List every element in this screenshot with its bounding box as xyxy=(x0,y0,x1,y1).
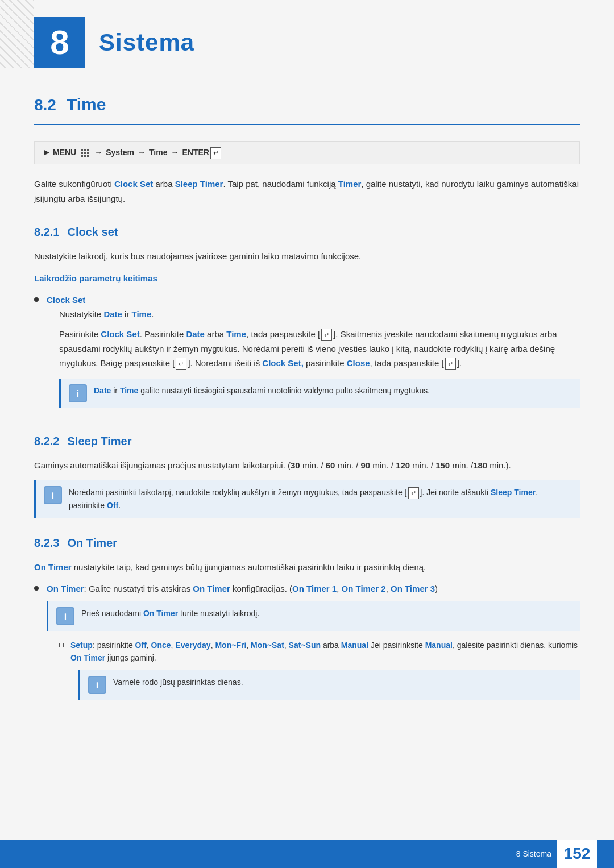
svg-text:i: i xyxy=(96,680,98,690)
p1-cs2: Clock Set, xyxy=(262,358,304,368)
clock-set-item: Clock Set Nustatykite Date ir Time. Pasi… xyxy=(34,293,580,416)
822-min60: 60 xyxy=(326,460,335,470)
main-content: 8.2 Time ▶ MENU → System → Time → ENTER↵… xyxy=(0,80,614,763)
p1-m6: , tada paspauskite [↵]. xyxy=(370,358,462,368)
svg-text:i: i xyxy=(52,491,54,500)
note-date: Date xyxy=(94,386,111,395)
p1-m1: . Pasirinkite xyxy=(140,329,186,339)
setup-manual: Manual xyxy=(341,641,368,650)
subsection-823-heading: 8.2.3 On Timer xyxy=(34,534,580,552)
subsection-822-desc: Gaminys automatiškai išjungiamas praėjus… xyxy=(34,458,580,473)
822-minlabel4: min. / xyxy=(410,460,435,470)
822-minlabel5: min. / xyxy=(450,460,473,470)
chapter-title: Sistema xyxy=(99,23,194,61)
menu-grid-display xyxy=(81,146,89,159)
p1-clock-set: Clock Set xyxy=(101,329,139,339)
section-title: Time xyxy=(67,91,106,118)
setup-manual2: Manual xyxy=(425,641,453,650)
nav-system: System xyxy=(106,146,134,159)
note-box-822: i Norėdami pasirinkti laikotarpį, naudok… xyxy=(34,480,580,517)
note-on-timer-ref: On Timer xyxy=(143,609,178,618)
page-footer: 8 Sistema 152 xyxy=(0,840,614,868)
setup-monfri: Mon~Fri xyxy=(215,641,246,650)
setup-comma1: , xyxy=(147,641,151,650)
p1-date: Date xyxy=(186,329,205,339)
822-min180: 180 xyxy=(473,460,487,470)
822-minlabel1: min. / xyxy=(300,460,326,470)
bullet-dot-823 xyxy=(34,586,39,591)
822-minlabel2: min. / xyxy=(335,460,360,470)
clock-set-para1: Pasirinkite Clock Set. Pasirinkite Date … xyxy=(59,327,580,371)
clock-set-sub1: Nustatykite Date ir Time. xyxy=(59,307,580,322)
intro-timer: Timer xyxy=(338,179,362,189)
subsection-823: 8.2.3 On Timer On Timer nustatykite taip… xyxy=(34,534,580,713)
subsection-821-desc: Nustatykite laikrodį, kuris bus naudojam… xyxy=(34,249,580,264)
setup-label: Setup xyxy=(70,641,93,650)
enter-key-3: ↵ xyxy=(445,358,456,371)
clock-params-heading: Laikrodžio parametrų keitimas xyxy=(34,272,580,285)
setup-item: Setup: pasirinkite Off, Once, Everyday, … xyxy=(59,639,580,708)
p1-arba: arba xyxy=(205,329,226,339)
stripe-decoration xyxy=(0,0,34,68)
section-heading-82: 8.2 Time xyxy=(34,91,580,125)
intro-text-2: arba xyxy=(153,179,175,189)
on-timer-content: On Timer: Galite nustatyti tris atskiras… xyxy=(47,582,580,713)
822-min30: 30 xyxy=(291,460,300,470)
823-on-timer-ref: On Timer xyxy=(193,584,230,593)
setup-everyday: Everyday xyxy=(175,641,210,650)
on-timer-bullet-list: On Timer: Galite nustatyti tris atskiras… xyxy=(34,582,580,713)
clock-set-bullet-list: Clock Set Nustatykite Date ir Time. Pasi… xyxy=(34,293,580,416)
note-box-823-2: i Varnelė rodo jūsų pasirinktas dienas. xyxy=(78,670,580,700)
nav-arrow-2: → xyxy=(138,146,146,159)
note-sleep-timer: Sleep Timer xyxy=(491,488,536,497)
footer-page-number: 152 xyxy=(557,840,597,868)
enter-key-1: ↵ xyxy=(321,329,332,342)
enter-key-822: ↵ xyxy=(408,487,419,500)
nav-enter: ENTER↵ xyxy=(182,146,222,159)
intro-text-1: Galite sukonfigūruoti xyxy=(34,179,114,189)
p1-time: Time xyxy=(226,329,246,339)
setup-monsat: Mon~Sat xyxy=(251,641,284,650)
subsection-822-title: Sleep Timer xyxy=(67,432,131,450)
p1-close: Close xyxy=(347,358,370,368)
on-timer-intro: On Timer xyxy=(34,562,72,572)
setup-list: Setup: pasirinkite Off, Once, Everyday, … xyxy=(59,639,580,708)
subsection-823-number: 8.2.3 xyxy=(34,534,59,552)
clock-set-content: Clock Set Nustatykite Date ir Time. Pasi… xyxy=(47,293,580,416)
bullet-dot-1 xyxy=(34,297,39,302)
chapter-header: 8 Sistema xyxy=(0,0,614,80)
823-comma2: , xyxy=(386,584,391,593)
822-min120: 120 xyxy=(396,460,410,470)
p1-before: Pasirinkite xyxy=(59,329,101,339)
svg-text:i: i xyxy=(64,612,67,621)
grid-icon xyxy=(81,149,89,157)
setup-before: : pasirinkite xyxy=(93,641,135,650)
subsection-821-number: 8.2.1 xyxy=(34,223,59,241)
subsection-821-heading: 8.2.1 Clock set xyxy=(34,223,580,241)
subsection-823-title: On Timer xyxy=(67,534,117,552)
nustatykite-text: Nustatykite xyxy=(59,309,103,319)
setup-on-timer-end: On Timer xyxy=(70,653,105,662)
nav-arrow-1: → xyxy=(94,146,102,159)
setup-once: Once xyxy=(151,641,171,650)
ir-text: ir xyxy=(122,309,132,319)
note-text-823-2: Varnelė rodo jūsų pasirinktas dienas. xyxy=(113,676,572,688)
note-svg-823-2: i xyxy=(89,677,105,693)
823-bullet-end: ) xyxy=(435,584,438,593)
822-min150: 150 xyxy=(435,460,450,470)
note-icon-822: i xyxy=(44,486,62,504)
setup-comma5: , xyxy=(284,641,289,650)
note-box-823-1: i Prieš naudodami On Timer turite nustat… xyxy=(47,601,580,631)
note-icon-821: i xyxy=(69,384,87,402)
time-label-1: Time xyxy=(132,309,152,319)
setup-end: , galėsite pasirinkti dienas, kuriomis xyxy=(453,641,578,650)
footer-chapter-label: 8 Sistema xyxy=(516,848,551,860)
on-timer-label: On Timer xyxy=(47,584,84,593)
setup-content: Setup: pasirinkite Off, Once, Everyday, … xyxy=(70,639,580,708)
setup-satsun: Sat~Sun xyxy=(289,641,321,650)
subsection-822: 8.2.2 Sleep Timer Gaminys automatiškai i… xyxy=(34,432,580,518)
823-bullet-before: : Galite nustatyti tris atskiras xyxy=(84,584,193,593)
on-timer-3: On Timer 3 xyxy=(391,584,435,593)
svg-text:i: i xyxy=(77,389,79,398)
note-text-822: Norėdami pasirinkti laikotarpį, naudokit… xyxy=(69,486,572,512)
